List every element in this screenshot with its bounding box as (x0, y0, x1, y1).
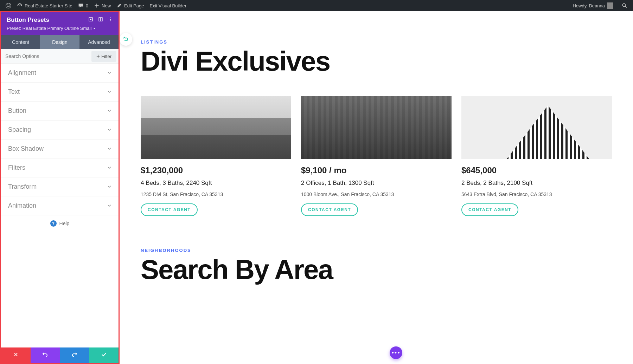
search-icon (622, 3, 627, 8)
help-icon: ? (50, 220, 57, 227)
filter-label: Filter (101, 54, 111, 59)
site-name-label: Real Estate Starter Site (25, 3, 72, 8)
option-label: Spacing (8, 126, 31, 134)
option-spacing[interactable]: Spacing (1, 121, 119, 139)
listing-specs: 2 Offices, 1 Bath, 1300 Sqft (301, 180, 452, 187)
check-icon (101, 352, 107, 359)
listings-grid: $1,230,000 4 Beds, 3 Baths, 2240 Sqft 12… (141, 96, 612, 216)
listing-card: $645,000 2 Beds, 2 Baths, 2100 Sqft 5643… (461, 96, 612, 216)
listing-specs: 4 Beds, 3 Baths, 2240 Sqft (141, 180, 291, 187)
chevron-down-icon (107, 107, 111, 115)
cancel-button[interactable] (1, 347, 31, 363)
option-label: Filters (8, 164, 25, 171)
content-area: LISTINGS Divi Exclusives $1,230,000 4 Be… (120, 11, 633, 364)
redo-button[interactable] (60, 347, 89, 363)
option-label: Box Shadow (8, 145, 44, 152)
site-name-link[interactable]: Real Estate Starter Site (14, 0, 75, 11)
listing-price: $9,100 / mo (301, 165, 452, 175)
listing-price: $645,000 (461, 165, 612, 175)
contact-agent-button[interactable]: CONTACT AGENT (301, 203, 358, 216)
chevron-down-icon (93, 26, 96, 31)
panel-tabs: Content Design Advanced (1, 35, 119, 49)
help-label: Help (59, 221, 70, 226)
tab-design[interactable]: Design (40, 35, 79, 49)
edit-page-link[interactable]: Edit Page (114, 0, 147, 11)
avatar (607, 2, 613, 9)
dock-handle[interactable] (120, 33, 132, 46)
option-label: Transform (8, 183, 37, 190)
exit-builder-label: Exit Visual Builder (149, 3, 186, 8)
howdy-label: Howdy, Deanna (573, 3, 605, 8)
option-button[interactable]: Button (1, 102, 119, 121)
option-transform[interactable]: Transform (1, 177, 119, 196)
preset-dropdown[interactable]: Preset: Real Estate Primary Outline Smal… (7, 26, 113, 31)
option-label: Text (8, 88, 20, 96)
chevron-down-icon (107, 126, 111, 134)
panel-title: Button Presets (7, 17, 49, 24)
option-filters[interactable]: Filters (1, 158, 119, 177)
listing-card: $1,230,000 4 Beds, 3 Baths, 2240 Sqft 12… (141, 96, 291, 216)
listing-price: $1,230,000 (141, 165, 291, 175)
option-box-shadow[interactable]: Box Shadow (1, 139, 119, 158)
chevron-down-icon (107, 88, 111, 96)
tab-content[interactable]: Content (1, 35, 40, 49)
option-alignment[interactable]: Alignment (1, 64, 119, 83)
contact-agent-button[interactable]: CONTACT AGENT (141, 203, 198, 216)
dock-icon[interactable] (98, 17, 103, 24)
help-link[interactable]: ? Help (1, 215, 119, 232)
new-link[interactable]: New (91, 0, 114, 11)
option-animation[interactable]: Animation (1, 196, 119, 215)
listing-image (141, 96, 291, 159)
option-label: Animation (8, 202, 36, 209)
comments-link[interactable]: 0 (75, 0, 91, 11)
dots-icon: ••• (392, 349, 401, 357)
chevron-down-icon (107, 145, 111, 152)
panel-footer (1, 347, 119, 363)
pencil-icon (116, 3, 122, 8)
dashboard-icon (17, 3, 23, 8)
exit-builder-link[interactable]: Exit Visual Builder (147, 0, 189, 11)
fullscreen-icon[interactable] (88, 17, 93, 24)
close-icon (13, 352, 18, 358)
wordpress-icon (6, 3, 11, 8)
tab-advanced[interactable]: Advanced (79, 35, 119, 49)
new-label: New (102, 3, 111, 8)
page-title: Divi Exclusives (141, 47, 612, 75)
settings-panel: Button Presets Preset: Real Estate Prima… (0, 11, 120, 364)
svg-point-6 (110, 18, 111, 18)
kebab-icon[interactable] (108, 17, 113, 24)
option-label: Button (8, 107, 26, 115)
panel-header: Button Presets Preset: Real Estate Prima… (1, 12, 119, 35)
svg-point-3 (90, 19, 91, 20)
option-text[interactable]: Text (1, 83, 119, 102)
comments-count: 0 (86, 3, 88, 8)
option-label: Alignment (8, 69, 36, 77)
search-row: Filter (1, 49, 119, 64)
svg-point-8 (110, 20, 111, 21)
howdy-link[interactable]: Howdy, Deanna (570, 2, 616, 9)
svg-point-7 (110, 19, 111, 20)
edit-page-label: Edit Page (124, 3, 144, 8)
preset-label: Preset: Real Estate Primary Outline Smal… (7, 26, 91, 31)
listing-image (461, 96, 612, 159)
floating-actions-button[interactable]: ••• (390, 346, 402, 359)
search-toggle[interactable] (619, 3, 630, 8)
page-title: Search By Area (141, 256, 612, 283)
svg-point-1 (622, 4, 625, 6)
listing-address: 5643 Extra Blvd, San Fracisco, CA 35313 (461, 191, 612, 197)
wp-logo[interactable] (3, 0, 14, 11)
undo-button[interactable] (31, 347, 60, 363)
section-label: LISTINGS (141, 39, 612, 45)
chevron-down-icon (107, 164, 111, 171)
contact-agent-button[interactable]: CONTACT AGENT (461, 203, 518, 216)
chevron-down-icon (107, 69, 111, 77)
filter-button[interactable]: Filter (91, 51, 116, 62)
redo-icon (72, 352, 77, 359)
undo-icon (42, 352, 48, 359)
section-label: NEIGHBORHOODS (141, 248, 612, 253)
save-button[interactable] (89, 347, 119, 363)
listing-address: 1235 Divi St, San Fracisco, CA 35313 (141, 191, 291, 197)
search-input[interactable] (1, 49, 91, 63)
listing-specs: 2 Beds, 2 Baths, 2100 Sqft (461, 180, 612, 187)
chevron-down-icon (107, 183, 111, 190)
